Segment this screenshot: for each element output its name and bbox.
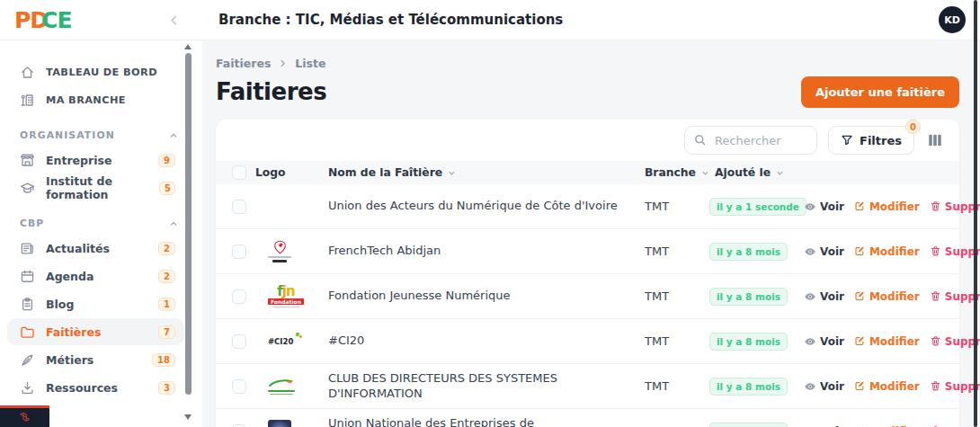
frenchtech-logo <box>268 240 291 262</box>
sidebar-item-label: Ressources <box>46 381 118 395</box>
page-title: Faitieres <box>216 78 326 105</box>
sidebar-item-institut-de-formation[interactable]: Institut de formation5 <box>7 174 184 201</box>
row-checkbox[interactable] <box>232 200 246 214</box>
sidebar-item-ma-branche[interactable]: MA BRANCHE <box>7 86 184 113</box>
delete-button[interactable]: Supprimer <box>930 200 980 213</box>
filters-button[interactable]: Filtres 0 <box>828 126 914 155</box>
chevron-left-icon <box>167 13 181 27</box>
eye-icon <box>804 335 816 348</box>
row-checkbox[interactable] <box>232 289 246 304</box>
scrollbar-thumb[interactable] <box>185 53 192 395</box>
trash-icon <box>930 380 941 392</box>
count-badge: 3 <box>158 381 175 395</box>
sidebar-item-faitieres[interactable]: Faitières7 <box>7 318 184 345</box>
select-all-checkbox[interactable] <box>232 165 246 180</box>
edit-button[interactable]: Modifier <box>854 290 920 303</box>
table-body: Union des Acteurs du Numérique de Côte d… <box>216 184 959 427</box>
sidebar-collapse-button[interactable] <box>167 13 181 27</box>
nav-section-cbp[interactable]: CBP <box>20 218 179 229</box>
sidebar-item-agenda[interactable]: Agenda2 <box>7 262 184 289</box>
avatar[interactable]: KD <box>939 6 966 33</box>
branch-value: TMT <box>645 289 709 303</box>
row-checkbox[interactable] <box>232 245 246 259</box>
section-title: ORGANISATION <box>20 129 115 141</box>
branch-value: TMT <box>645 379 709 393</box>
table-toolbar: Filtres 0 <box>216 120 959 161</box>
debugbar-toggle[interactable] <box>0 405 49 427</box>
eye-icon <box>804 290 816 303</box>
nav-section-organisation[interactable]: ORGANISATION <box>20 129 179 141</box>
table-row[interactable]: fjn Fondation Fondation Jeunesse Numériq… <box>216 274 959 319</box>
view-button[interactable]: Voir <box>804 200 844 213</box>
view-button[interactable]: Voir <box>804 380 844 393</box>
sidebar-nav: TABLEAU DE BORDMA BRANCHEORGANISATIONEnt… <box>0 41 202 427</box>
filters-label: Filtres <box>860 134 902 147</box>
sidebar-item-label: Métiers <box>46 353 94 367</box>
delete-button[interactable]: Supprimer <box>930 380 980 393</box>
row-checkbox[interactable] <box>232 424 246 427</box>
edit-button[interactable]: Modifier <box>854 380 920 393</box>
table-row[interactable]: CLUB DES DIRECTEURS DES SYSTEMES D'INFOR… <box>216 364 959 409</box>
table-row[interactable]: #CI20 #CI20 TMT il y a 8 mois Voir Modif… <box>216 319 959 364</box>
count-badge: 9 <box>158 154 175 167</box>
table-row[interactable]: FrenchTech Abidjan TMT il y a 8 mois Voi… <box>216 229 959 274</box>
sidebar-item-actualites[interactable]: Actualités2 <box>7 235 184 262</box>
count-badge: 18 <box>152 353 175 367</box>
trash-icon <box>930 245 941 257</box>
sidebar-item-metiers[interactable]: Métiers18 <box>7 346 184 373</box>
breadcrumb-item-faitieres[interactable]: Faitieres <box>216 57 271 70</box>
edit-pencil-icon <box>854 335 866 347</box>
added-time-badge: il y a 8 mois <box>709 423 788 427</box>
faitiere-name: FrenchTech Abidjan <box>328 244 645 258</box>
sidebar-item-blog[interactable]: Blog1 <box>7 290 184 317</box>
edit-button[interactable]: Modifier <box>854 335 920 348</box>
column-header-logo[interactable]: Logo <box>255 166 328 179</box>
trash-icon <box>930 335 941 347</box>
sidebar-item-ressources[interactable]: Ressources3 <box>7 374 184 401</box>
sidebar-item-tableau-de-bord[interactable]: TABLEAU DE BORD <box>7 58 184 85</box>
add-faitiere-button[interactable]: Ajouter une faitière <box>801 76 959 108</box>
columns-toggle-button[interactable] <box>925 130 945 150</box>
sort-chevron-icon <box>447 168 457 178</box>
fjn-logo: fjn Fondation <box>268 286 304 307</box>
unetel-logo <box>268 420 291 427</box>
table-card: Filtres 0 Logo Nom de la Faîtière Bran <box>216 120 959 427</box>
edit-button[interactable]: Modifier <box>854 200 920 213</box>
page-scrollbar[interactable] <box>974 0 977 427</box>
sidebar: PD CE TABLEAU DE BORDMA BRANCHEORGANISAT… <box>0 0 202 427</box>
delete-button[interactable]: Supprimer <box>930 245 980 258</box>
faitiere-name: #CI20 <box>328 334 645 348</box>
row-checkbox[interactable] <box>232 379 246 394</box>
edit-button[interactable]: Modifier <box>854 245 920 258</box>
column-header-branch[interactable]: Branche <box>645 166 709 179</box>
column-header-name[interactable]: Nom de la Faîtière <box>328 166 645 179</box>
building-icon <box>20 93 35 108</box>
eye-icon <box>804 200 816 213</box>
view-button[interactable]: Voir <box>804 290 844 303</box>
scroll-up-arrow[interactable] <box>184 44 192 49</box>
scroll-down-arrow[interactable] <box>184 414 192 420</box>
cdsi-logo <box>268 378 295 395</box>
topbar: Branche : TIC, Médias et Télécommunicati… <box>202 0 980 40</box>
newspaper-icon <box>20 241 35 256</box>
breadcrumb: Faitieres Liste <box>216 55 959 71</box>
view-button[interactable]: Voir <box>804 245 844 258</box>
breadcrumb-item-liste[interactable]: Liste <box>295 57 325 70</box>
page-head: Faitieres Liste Faitieres Ajouter une fa… <box>202 40 980 109</box>
edit-pencil-icon <box>854 290 866 302</box>
sidebar-item-entreprise[interactable]: Entreprise9 <box>7 147 184 173</box>
delete-button[interactable]: Supprimer <box>930 335 980 348</box>
table-row[interactable]: Union des Acteurs du Numérique de Côte d… <box>216 184 959 229</box>
view-button[interactable]: Voir <box>804 335 844 348</box>
sidebar-item-label: MA BRANCHE <box>46 94 126 106</box>
branch-value: TMT <box>645 200 709 213</box>
sidebar-scrollbar <box>184 41 192 427</box>
count-badge: 2 <box>158 270 175 283</box>
delete-button[interactable]: Supprimer <box>930 290 980 303</box>
table-row[interactable]: Union Nationale des Entreprises de Téléc… <box>216 409 959 427</box>
column-header-added[interactable]: Ajouté le <box>709 166 804 179</box>
row-checkbox[interactable] <box>232 334 246 349</box>
laravel-icon <box>19 412 31 424</box>
branch-value: TMT <box>645 245 709 258</box>
table-header-row: Logo Nom de la Faîtière Branche Ajouté l… <box>216 161 959 184</box>
